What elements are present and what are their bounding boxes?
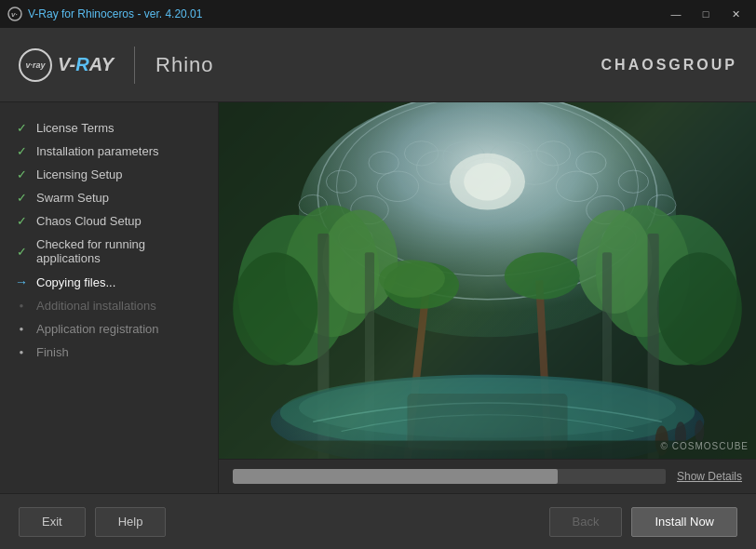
maximize-button[interactable]: □: [693, 5, 719, 23]
chaos-logo: CHAOSGROUP: [601, 57, 737, 74]
footer-left-buttons: Exit Help: [19, 507, 166, 537]
rhino-label: Rhino: [155, 53, 213, 77]
svg-rect-51: [407, 394, 567, 450]
check-icon: ✓: [14, 191, 29, 205]
dot-icon: ●: [14, 348, 29, 356]
dot-icon: ●: [14, 325, 29, 333]
titlebar: v· V-Ray for Rhinoceros - ver. 4.20.01 —…: [0, 0, 756, 28]
check-icon: ✓: [14, 167, 29, 181]
footer: Exit Help Back Install Now: [0, 493, 756, 549]
watermark-text: © COSMOSCUBE: [661, 441, 749, 451]
svg-point-30: [322, 210, 398, 314]
sidebar-label: Checked for running applications: [36, 237, 204, 265]
app-icon: v·: [7, 7, 22, 21]
sidebar-item-running-apps: ✓ Checked for running applications: [0, 233, 218, 270]
sidebar-item-license-terms: ✓ License Terms: [0, 116, 218, 140]
sidebar-label: Swarm Setup: [36, 191, 109, 205]
sidebar-item-installation-params: ✓ Installation parameters: [0, 140, 218, 163]
check-icon: ✓: [14, 245, 29, 259]
sidebar-item-copying-files: → Copying files...: [0, 270, 218, 294]
sidebar-label: License Terms: [36, 121, 115, 135]
svg-point-26: [464, 163, 511, 200]
sidebar-item-swarm-setup: ✓ Swarm Setup: [0, 186, 218, 209]
sidebar-item-licensing-setup: ✓ Licensing Setup: [0, 163, 218, 186]
progress-bar-background: [233, 469, 666, 484]
titlebar-left: v· V-Ray for Rhinoceros - ver. 4.20.01: [7, 7, 202, 21]
sidebar-label: Licensing Setup: [36, 167, 123, 181]
window-title: V-Ray for Rhinoceros - ver. 4.20.01: [28, 7, 202, 20]
close-button[interactable]: ✕: [722, 5, 749, 23]
main-wrapper: v·ray V-RAY Rhino CHAOSGROUP ✓ License T…: [0, 28, 756, 549]
check-icon: ✓: [14, 121, 29, 135]
svg-point-29: [233, 252, 317, 365]
progress-bar-fill: [233, 469, 558, 484]
sidebar-label: Finish: [36, 345, 69, 359]
logo-separator: [134, 47, 135, 84]
svg-text:v·: v·: [11, 10, 18, 19]
sidebar-item-additional: ● Additional installations: [0, 294, 218, 317]
svg-point-39: [505, 252, 580, 300]
sidebar-item-finish: ● Finish: [0, 341, 218, 364]
main-panel: © COSMOSCUBE Show Details: [219, 102, 756, 493]
help-button[interactable]: Help: [95, 507, 167, 537]
footer-right-buttons: Back Install Now: [549, 507, 737, 537]
sidebar: ✓ License Terms ✓ Installation parameter…: [0, 102, 219, 493]
check-icon: ✓: [14, 214, 29, 228]
svg-point-48: [695, 420, 704, 442]
sidebar-label: Additional installations: [36, 299, 156, 313]
minimize-button[interactable]: —: [663, 5, 689, 23]
show-details-button[interactable]: Show Details: [677, 470, 742, 483]
vray-circle-icon: v·ray: [19, 48, 52, 82]
background-scene: © COSMOSCUBE: [219, 102, 756, 459]
vray-text: V-RAY: [58, 54, 114, 75]
install-now-button[interactable]: Install Now: [631, 507, 737, 537]
window-controls: — □ ✕: [663, 5, 749, 23]
progress-area: Show Details: [219, 459, 756, 493]
svg-point-34: [577, 210, 653, 314]
svg-point-33: [657, 252, 742, 365]
vray-logo: v·ray V-RAY: [19, 48, 114, 82]
back-button[interactable]: Back: [549, 507, 623, 537]
header: v·ray V-RAY Rhino CHAOSGROUP: [0, 28, 756, 102]
sidebar-label: Chaos Cloud Setup: [36, 214, 142, 228]
scene-svg: [219, 102, 756, 459]
dot-icon: ●: [14, 301, 29, 310]
hero-image: © COSMOSCUBE: [219, 102, 756, 459]
sidebar-label: Copying files...: [36, 275, 115, 289]
exit-button[interactable]: Exit: [19, 507, 86, 537]
sidebar-label: Installation parameters: [36, 144, 159, 158]
sidebar-label: Application registration: [36, 322, 159, 336]
arrow-icon: →: [14, 274, 29, 289]
check-icon: ✓: [14, 144, 29, 158]
logo-area: v·ray V-RAY Rhino: [19, 47, 214, 84]
content-area: ✓ License Terms ✓ Installation parameter…: [0, 102, 756, 493]
sidebar-item-chaos-cloud: ✓ Chaos Cloud Setup: [0, 209, 218, 233]
svg-point-37: [379, 260, 445, 297]
sidebar-item-app-registration: ● Application registration: [0, 317, 218, 341]
